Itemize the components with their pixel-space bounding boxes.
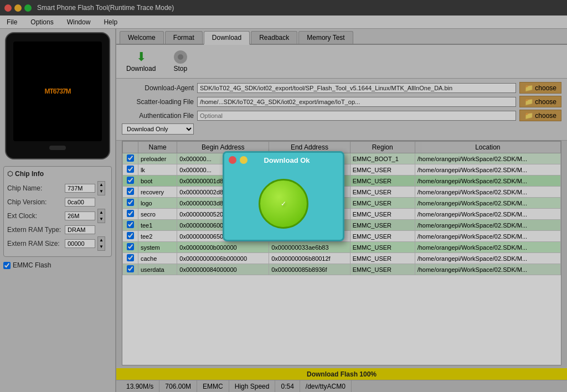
checkmark-icon: ✓ (259, 179, 308, 229)
modal-close-button[interactable] (229, 156, 236, 164)
modal-title: Download Ok (251, 156, 338, 164)
modal-overlay: Download Ok ✓ (0, 0, 567, 392)
modal-minimize-button[interactable] (240, 156, 248, 164)
modal-dialog: Download Ok ✓ (223, 151, 344, 241)
modal-body: ✓ (224, 168, 343, 240)
modal-titlebar: Download Ok (224, 153, 343, 168)
